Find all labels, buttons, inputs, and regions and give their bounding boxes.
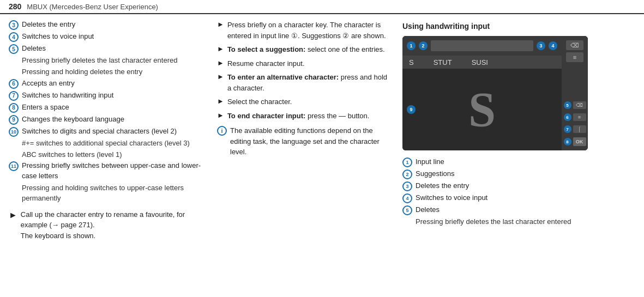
list-item: 6 Accepts an entry: [9, 78, 204, 89]
page-header: 280 MBUX (Mercedes-Benz User Experience): [0, 0, 644, 14]
hw-btn-backspace: ⌫: [566, 40, 583, 50]
sub-text-5a: Pressing briefly deletes the last charac…: [22, 56, 204, 66]
list-item: 4 Switches to voice input: [9, 32, 204, 42]
bold-label-6: To end character input:: [227, 112, 306, 120]
badge-3: 3: [9, 20, 19, 30]
arrow-item-3: ► Resume character input.: [217, 58, 389, 69]
list-item: 8 Enters a space: [9, 102, 204, 113]
hw-top-bar: 1 2 3 4: [402, 36, 562, 56]
legend-item-2: 2 Suggestions: [402, 169, 635, 179]
hw-btn-5: ⌫: [573, 101, 586, 109]
right-title: Using handwriting input: [402, 20, 635, 31]
sub-text-10a: #+= switches to additional special chara…: [22, 138, 204, 149]
sub-text-11a: Pressing and holding switches to upper-c…: [22, 183, 204, 204]
arrow-item-2: ► To select a suggestion: select one of …: [217, 44, 389, 55]
legend-badge-1: 1: [402, 157, 412, 167]
legend-item-3: 3 Deletes the entry: [402, 181, 635, 191]
badge-7: 7: [9, 91, 19, 101]
hw-input-field: [431, 40, 533, 51]
badge-11: 11: [9, 161, 19, 171]
list-item: 9 Changes the keyboard language: [9, 114, 204, 125]
legend-sub-5: Pressing briefly deletes the last charac…: [416, 217, 635, 227]
item-text-9: Changes the keyboard language: [22, 114, 204, 125]
hw-side-8: 8 OK: [564, 137, 586, 146]
arrow-text-6: To end character input: press the ― butt…: [227, 111, 389, 122]
list-item: 10 Switches to digits and special charac…: [9, 126, 204, 137]
hw-draw-area: S 9: [402, 69, 562, 150]
arrow-item-5: ► Select the character.: [217, 96, 389, 107]
hw-side-7: 7 ⌠: [564, 125, 586, 133]
hw-badge-5: 5: [564, 101, 571, 109]
arrow-text-4: To enter an alternative character: press…: [227, 72, 389, 93]
main-content: 3 Deletes the entry 4 Switches to voice …: [0, 14, 644, 294]
hw-side-badges: 5 ⌫ 6 ≡ 7 ⌠ 8 OK: [564, 101, 586, 146]
arrow-text-2: To select a suggestion: select one of th…: [227, 44, 389, 55]
hw-top-buttons: ⌫ ≡: [562, 40, 588, 62]
mid-column: ► Press briefly on a character key. The …: [213, 20, 398, 294]
arrow-text-1: Press briefly on a character key. The ch…: [227, 20, 389, 41]
hw-badge-4: 4: [549, 41, 557, 50]
info-item: i The available editing functions depend…: [217, 125, 389, 157]
arrow-icon-2: ►: [217, 45, 224, 53]
arrow-icon-6: ►: [217, 111, 224, 119]
list-item: 3 Deletes the entry: [9, 20, 204, 30]
arrow-icon-5: ►: [217, 97, 224, 105]
item-text-4: Switches to voice input: [22, 32, 204, 42]
hw-badge-3: 3: [537, 41, 545, 50]
sub-text-5b: Pressing and holding deletes the entry: [22, 67, 204, 77]
hw-badge-9: 9: [407, 105, 416, 114]
item-text-10: Switches to digits and special character…: [22, 126, 204, 137]
hw-suggestions-bar: S STUT SUSI: [402, 56, 562, 69]
list-item: 5 Deletes: [9, 44, 204, 54]
bold-label-2: To select a suggestion:: [227, 45, 306, 53]
badge-6: 6: [9, 79, 19, 89]
hw-badge-8: 8: [564, 138, 571, 146]
badge-5: 5: [9, 44, 19, 54]
hw-btn-ok: OK: [573, 137, 586, 146]
right-column: Using handwriting input 1 2 3 4 S STUT S…: [398, 20, 644, 294]
item-text-3: Deletes the entry: [22, 20, 204, 30]
item-text-6: Accepts an entry: [22, 78, 204, 89]
legend-badge-5: 5: [402, 205, 412, 215]
arrow-item-6: ► To end character input: press the ― bu…: [217, 111, 389, 122]
arrow-item-4: ► To enter an alternative character: pre…: [217, 72, 389, 93]
legend-badge-4: 4: [402, 193, 412, 203]
sub-text-10b: ABC switches to letters (level 1): [22, 150, 204, 160]
arrow-text-5: Select the character.: [227, 96, 389, 107]
badge-8: 8: [9, 103, 19, 113]
hw-side-panel: ⌫ ≡ 5 ⌫ 6 ≡ 7 ⌠: [562, 36, 588, 150]
sug-susi: SUSI: [472, 58, 488, 66]
page-title: MBUX (Mercedes-Benz User Experience): [27, 3, 158, 11]
hw-panel: 1 2 3 4 S STUT SUSI S 9 ⌫: [402, 36, 588, 150]
info-text: The available editing functions depend o…: [230, 125, 389, 157]
arrow-text-3: Resume character input.: [227, 58, 389, 69]
left-column: 3 Deletes the entry 4 Switches to voice …: [0, 20, 213, 294]
info-icon: i: [217, 126, 227, 136]
hw-badge-2: 2: [419, 41, 428, 50]
hw-btn-7: ⌠: [573, 125, 586, 133]
item-text-11: Pressing briefly switches between upper-…: [22, 161, 204, 181]
badge-4: 4: [9, 32, 19, 42]
hw-btn-filter: ≡: [566, 52, 583, 62]
legend-item-4: 4 Switches to voice input: [402, 193, 635, 203]
hw-badge-1: 1: [407, 41, 416, 50]
legend-text-5: Deletes: [416, 205, 635, 215]
page-number: 280: [9, 2, 21, 11]
callout-text: Call up the character entry to rename a …: [21, 209, 204, 241]
bold-label-4: To enter an alternative character:: [227, 73, 339, 81]
hw-badge-6: 6: [564, 113, 571, 121]
legend-text-4: Switches to voice input: [416, 193, 635, 203]
arrow-icon-1: ►: [217, 20, 224, 28]
legend-item-1: 1 Input line: [402, 157, 635, 167]
hw-side-5: 5 ⌫: [564, 101, 586, 109]
list-item: 11 Pressing briefly switches between upp…: [9, 161, 204, 181]
arrow-icon-3: ►: [217, 59, 224, 67]
item-text-8: Enters a space: [22, 102, 204, 113]
callout-item: ► Call up the character entry to rename …: [9, 209, 204, 241]
sug-s: S: [409, 58, 414, 66]
badge-9: 9: [9, 115, 19, 125]
legend-text-3: Deletes the entry: [416, 181, 635, 191]
legend: 1 Input line 2 Suggestions 3 Deletes the…: [402, 157, 635, 227]
sug-stut: STUT: [434, 58, 452, 66]
legend-text-2: Suggestions: [416, 169, 635, 179]
